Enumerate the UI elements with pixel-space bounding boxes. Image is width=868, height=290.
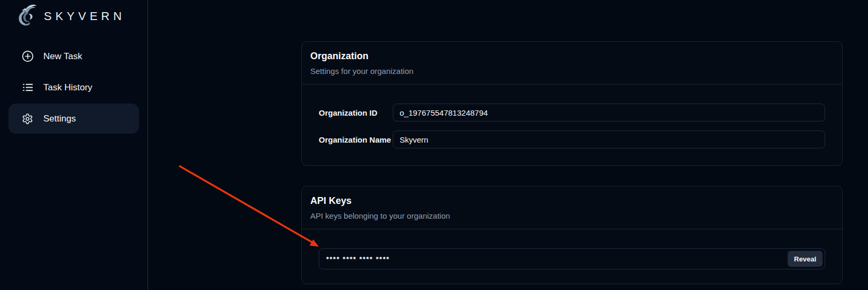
organization-id-row: Organization ID: [319, 104, 825, 121]
sidebar-item-new-task[interactable]: New Task: [8, 41, 139, 71]
api-key-input[interactable]: [319, 248, 825, 269]
plus-circle-icon: [21, 50, 34, 63]
sidebar: SKYVERN New Task Task History: [0, 0, 148, 290]
organization-name-label: Organization Name: [319, 135, 393, 144]
api-key-field: Reveal: [319, 248, 825, 269]
skyvern-settings-page: SKYVERN New Task Task History: [0, 0, 868, 290]
skyvern-dragon-icon: [15, 2, 37, 31]
sidebar-item-task-history[interactable]: Task History: [8, 72, 139, 102]
main-content: Organization Settings for your organizat…: [149, 0, 868, 290]
card-subtitle: Settings for your organization: [310, 66, 834, 77]
card-subtitle: API keys belonging to your organization: [310, 210, 834, 222]
sidebar-item-label: New Task: [43, 51, 82, 62]
card-title: Organization: [310, 49, 834, 63]
organization-card-body: Organization ID Organization Name: [302, 85, 842, 164]
sidebar-item-label: Settings: [43, 114, 76, 124]
sidebar-nav: New Task Task History: [0, 41, 147, 134]
list-icon: [21, 81, 34, 94]
sidebar-item-label: Task History: [43, 82, 93, 93]
api-keys-card: API Keys API keys belonging to your orga…: [301, 186, 843, 284]
logo-text: SKYVERN: [44, 10, 125, 23]
skyvern-logo[interactable]: SKYVERN: [0, 0, 147, 31]
reveal-button[interactable]: Reveal: [788, 251, 823, 267]
sidebar-item-settings[interactable]: Settings: [8, 104, 139, 134]
api-keys-card-body: Reveal: [302, 229, 842, 285]
gear-icon: [21, 113, 34, 125]
card-title: API Keys: [310, 194, 834, 208]
organization-card: Organization Settings for your organizat…: [301, 41, 843, 166]
organization-id-label: Organization ID: [319, 108, 393, 117]
organization-name-row: Organization Name: [319, 130, 825, 148]
organization-card-header: Organization Settings for your organizat…: [302, 42, 842, 85]
organization-name-input[interactable]: [393, 130, 825, 148]
organization-id-input[interactable]: [393, 104, 825, 121]
api-keys-card-header: API Keys API keys belonging to your orga…: [302, 186, 842, 229]
